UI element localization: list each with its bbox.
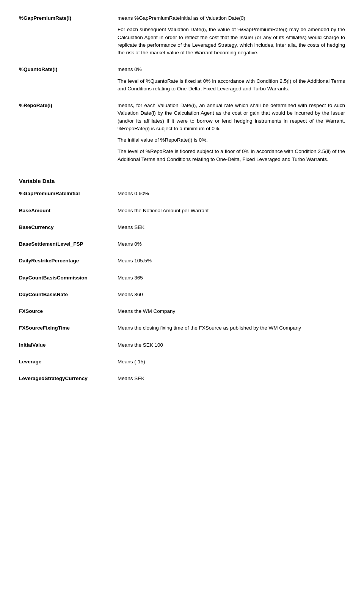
table-row: BaseCurrencyMeans SEK <box>15 221 349 237</box>
definition-paragraph: Means 105.5% <box>118 257 345 265</box>
term-day-count-basis-commission: DayCountBasisCommission <box>15 271 114 288</box>
definition-leveraged-strategy-currency: Means SEK <box>114 372 349 388</box>
definition-gap-premium-rate: means %GapPremiumRateInitial as of Valua… <box>114 11 349 63</box>
term-base-amount: BaseAmount <box>15 204 114 221</box>
definition-paragraph: Means SEK <box>118 224 345 231</box>
table-row: LeverageMeans (-15) <box>15 355 349 372</box>
definition-paragraph: The initial value of %RepoRate(i) is 0%. <box>118 136 345 144</box>
variable-data-heading: Variable Data <box>15 169 349 187</box>
table-row: FXSourceMeans the WM Company <box>15 305 349 321</box>
definition-paragraph: For each subsequent Valuation Date(i), t… <box>118 26 345 57</box>
table-row: DayCountBasisRateMeans 360 <box>15 288 349 305</box>
definition-paragraph: Means the SEK 100 <box>118 341 345 349</box>
table-row: InitialValueMeans the SEK 100 <box>15 338 349 355</box>
definition-daily-restrike-percentage: Means 105.5% <box>114 254 349 271</box>
definition-fx-source: Means the WM Company <box>114 305 349 321</box>
table-row: DayCountBasisCommissionMeans 365 <box>15 271 349 288</box>
table-row: %GapPremiumRateInitialMeans 0.60% <box>15 187 349 204</box>
definition-base-currency: Means SEK <box>114 221 349 237</box>
definition-paragraph: Means the WM Company <box>118 308 345 315</box>
table-row: %GapPremiumRate(i)means %GapPremiumRateI… <box>15 11 349 63</box>
definition-day-count-basis-commission: Means 365 <box>114 271 349 288</box>
term-fx-source: FXSource <box>15 305 114 321</box>
definition-paragraph: Means the closing fixing time of the FXS… <box>118 324 345 332</box>
definition-paragraph: Means 360 <box>118 291 345 298</box>
term-repo-rate: %RepoRate(i) <box>15 99 114 169</box>
term-leverage: Leverage <box>15 355 114 372</box>
definition-paragraph: Means 365 <box>118 274 345 282</box>
definition-paragraph: Means 0% <box>118 240 345 248</box>
definition-repo-rate: means, for each Valuation Date(i), an an… <box>114 99 349 169</box>
variable-data-section: Variable Data <box>15 169 349 187</box>
definition-day-count-basis-rate: Means 360 <box>114 288 349 305</box>
definition-base-amount: Means the Notional Amount per Warrant <box>114 204 349 221</box>
definition-base-settlement-level-fsp: Means 0% <box>114 237 349 254</box>
table-row: %RepoRate(i)means, for each Valuation Da… <box>15 99 349 169</box>
definition-paragraph: means 0% <box>118 66 345 73</box>
term-gap-premium-rate-initial: %GapPremiumRateInitial <box>15 187 114 204</box>
definition-paragraph: The level of %RepoRate is floored subjec… <box>118 148 345 163</box>
definition-paragraph: Means the Notional Amount per Warrant <box>118 207 345 215</box>
term-fx-source-fixing-time: FXSourceFixingTime <box>15 321 114 338</box>
definition-initial-value: Means the SEK 100 <box>114 338 349 355</box>
term-initial-value: InitialValue <box>15 338 114 355</box>
term-leveraged-strategy-currency: LeveragedStrategyCurrency <box>15 372 114 388</box>
term-quanto-rate: %QuantoRate(i) <box>15 63 114 99</box>
table-row: DailyRestrikePercentageMeans 105.5% <box>15 254 349 271</box>
term-day-count-basis-rate: DayCountBasisRate <box>15 288 114 305</box>
table-row: %QuantoRate(i)means 0%The level of %Quan… <box>15 63 349 99</box>
definition-fx-source-fixing-time: Means the closing fixing time of the FXS… <box>114 321 349 338</box>
definition-paragraph: Means 0.60% <box>118 190 345 197</box>
definition-paragraph: Means (-15) <box>118 358 345 366</box>
main-content-table: %GapPremiumRate(i)means %GapPremiumRateI… <box>15 11 349 388</box>
definition-paragraph: means, for each Valuation Date(i), an an… <box>118 102 345 133</box>
term-daily-restrike-percentage: DailyRestrikePercentage <box>15 254 114 271</box>
definition-gap-premium-rate-initial: Means 0.60% <box>114 187 349 204</box>
definition-paragraph: The level of %QuantoRate is fixed at 0% … <box>118 77 345 93</box>
definition-paragraph: Means SEK <box>118 375 345 382</box>
term-base-settlement-level-fsp: BaseSettlementLevel_FSP <box>15 237 114 254</box>
table-row: FXSourceFixingTimeMeans the closing fixi… <box>15 321 349 338</box>
term-gap-premium-rate: %GapPremiumRate(i) <box>15 11 114 63</box>
table-row: LeveragedStrategyCurrencyMeans SEK <box>15 372 349 388</box>
definition-leverage: Means (-15) <box>114 355 349 372</box>
table-row: BaseAmountMeans the Notional Amount per … <box>15 204 349 221</box>
definition-quanto-rate: means 0%The level of %QuantoRate is fixe… <box>114 63 349 99</box>
table-row: BaseSettlementLevel_FSPMeans 0% <box>15 237 349 254</box>
definition-paragraph: means %GapPremiumRateInitial as of Valua… <box>118 14 345 22</box>
term-base-currency: BaseCurrency <box>15 221 114 237</box>
